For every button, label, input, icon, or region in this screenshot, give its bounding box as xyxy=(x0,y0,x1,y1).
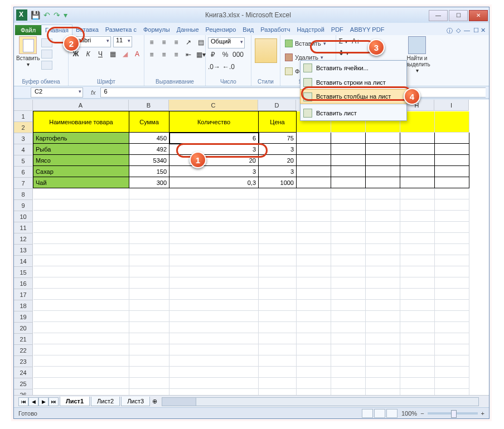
cell[interactable] xyxy=(297,188,331,199)
ribbon-restore-icon[interactable]: — xyxy=(464,27,470,35)
align-right-icon[interactable]: ≡ xyxy=(171,51,181,61)
col-header-D[interactable]: D xyxy=(258,100,296,111)
menu-insert-columns[interactable]: Вставить столбцы на лист xyxy=(300,89,407,104)
view-pagebreak-icon[interactable] xyxy=(386,409,398,418)
cell[interactable] xyxy=(259,300,297,311)
cell[interactable] xyxy=(297,255,331,266)
cell[interactable] xyxy=(259,389,297,396)
horizontal-scrollbar[interactable] xyxy=(162,397,479,406)
cell[interactable] xyxy=(259,367,297,378)
cell[interactable]: 1000 xyxy=(259,177,297,188)
cell[interactable] xyxy=(435,222,469,233)
cell[interactable] xyxy=(366,367,400,378)
qat-more-icon[interactable]: ▾ xyxy=(64,11,67,20)
align-left-icon[interactable]: ≡ xyxy=(147,51,157,61)
cell[interactable] xyxy=(366,389,400,396)
cell[interactable] xyxy=(129,188,169,199)
currency-icon[interactable]: ₽ xyxy=(208,51,218,61)
orientation-icon[interactable]: ↗ xyxy=(183,38,193,48)
cell[interactable] xyxy=(129,300,169,311)
cell[interactable] xyxy=(435,333,469,344)
name-box[interactable]: C2 xyxy=(31,87,83,98)
font-size-combo[interactable]: 11 xyxy=(113,36,132,47)
cell[interactable] xyxy=(331,188,366,199)
cell[interactable] xyxy=(297,277,331,289)
cell[interactable] xyxy=(366,311,400,322)
col-header-C[interactable]: C xyxy=(169,100,258,111)
cell[interactable] xyxy=(366,300,400,311)
paste-button[interactable]: Вставить ▾ xyxy=(16,36,40,67)
align-center-icon[interactable]: ≡ xyxy=(159,51,169,61)
zoom-in-icon[interactable]: + xyxy=(481,410,484,417)
cell[interactable]: 3 xyxy=(169,144,259,155)
cell[interactable] xyxy=(129,255,169,266)
cell[interactable] xyxy=(259,199,297,211)
cell[interactable] xyxy=(400,155,435,166)
cell[interactable] xyxy=(400,177,435,188)
cell[interactable] xyxy=(297,266,331,277)
cell[interactable] xyxy=(259,255,297,266)
border-button[interactable]: ▦ xyxy=(108,50,118,60)
row-header-21[interactable]: 21 xyxy=(14,334,33,345)
workbook-close-icon[interactable]: ☐ ✕ xyxy=(473,27,486,35)
tab-формулы[interactable]: Формулы xyxy=(140,25,173,35)
col-header-B[interactable]: B xyxy=(129,100,169,111)
cell[interactable] xyxy=(169,188,259,199)
cell[interactable] xyxy=(33,188,129,199)
cell[interactable] xyxy=(33,222,129,233)
ribbon-help-icon[interactable]: ⓘ xyxy=(447,27,453,35)
cell[interactable] xyxy=(366,266,400,277)
cell[interactable] xyxy=(435,266,469,277)
insert-cells-button[interactable]: Вставить xyxy=(283,37,328,50)
cell[interactable] xyxy=(33,289,129,300)
cell[interactable] xyxy=(129,199,169,211)
file-tab[interactable]: Файл xyxy=(15,25,41,35)
cell[interactable] xyxy=(169,277,259,289)
undo-icon[interactable]: ↶ xyxy=(43,11,50,20)
cell[interactable] xyxy=(435,144,469,155)
cell[interactable] xyxy=(259,244,297,255)
cell[interactable] xyxy=(169,389,259,396)
cell[interactable] xyxy=(400,233,435,244)
cell[interactable] xyxy=(33,322,129,333)
cell[interactable] xyxy=(259,344,297,355)
cell[interactable] xyxy=(169,311,259,322)
row-header-4[interactable]: 4 xyxy=(14,144,33,155)
cell[interactable] xyxy=(400,188,435,199)
cell[interactable] xyxy=(129,389,169,396)
cell[interactable] xyxy=(366,177,400,188)
tab-разметка с[interactable]: Разметка с xyxy=(102,25,140,35)
merge-button[interactable]: ▦▾ xyxy=(196,51,206,61)
italic-button[interactable]: К xyxy=(83,50,93,60)
cell[interactable] xyxy=(400,289,435,300)
cell[interactable] xyxy=(33,355,129,367)
decrease-decimal-icon[interactable]: ←.0 xyxy=(222,63,235,73)
cell[interactable]: Сумма xyxy=(129,111,169,133)
row-header-3[interactable]: 3 xyxy=(14,133,33,144)
cell[interactable]: 492 xyxy=(129,144,169,155)
minimize-button[interactable]: — xyxy=(429,10,448,21)
cell[interactable] xyxy=(297,344,331,355)
cell[interactable] xyxy=(259,333,297,344)
cell[interactable]: Картофель xyxy=(33,133,129,144)
tab-вставка[interactable]: Вставка xyxy=(72,25,102,35)
cell[interactable] xyxy=(331,378,366,389)
cell[interactable] xyxy=(331,155,366,166)
cell[interactable] xyxy=(331,300,366,311)
cell[interactable] xyxy=(331,177,366,188)
cell[interactable]: Цена xyxy=(259,111,297,133)
cell[interactable] xyxy=(129,378,169,389)
row-header-11[interactable]: 11 xyxy=(14,222,33,233)
cell[interactable] xyxy=(366,355,400,367)
cell[interactable] xyxy=(331,289,366,300)
cell[interactable] xyxy=(33,300,129,311)
maximize-button[interactable]: ☐ xyxy=(449,10,468,21)
cell[interactable] xyxy=(33,378,129,389)
cell[interactable] xyxy=(331,367,366,378)
autosum-icon[interactable]: Σ ▾ xyxy=(338,37,348,47)
cell[interactable] xyxy=(259,222,297,233)
cell[interactable] xyxy=(400,322,435,333)
cell[interactable] xyxy=(400,133,435,144)
row-header-22[interactable]: 22 xyxy=(14,345,33,356)
cell[interactable] xyxy=(435,255,469,266)
